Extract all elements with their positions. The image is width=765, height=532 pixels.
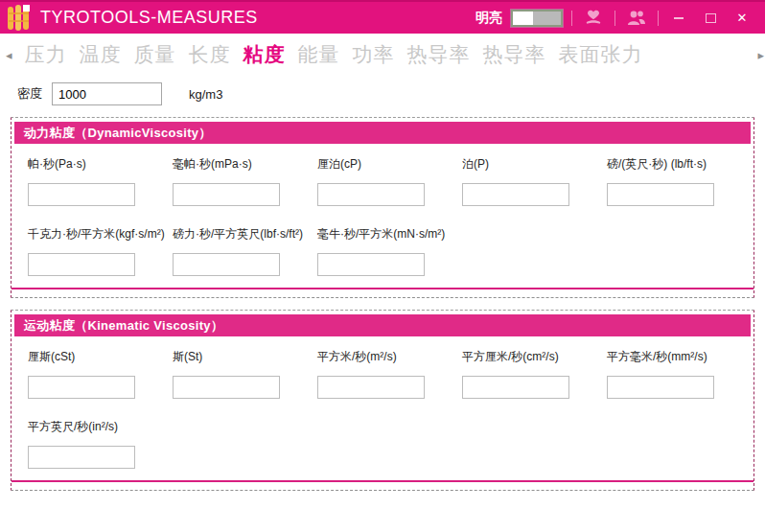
unit-input-cm2-s[interactable] [462,376,569,399]
unit-label: 帕·秒(Pa·s) [28,156,173,173]
kinematic-viscosity-fields: 厘斯(cSt) 斯(St) 平方米/秒(m²/s) 平方厘米/秒(cm²/s) … [14,336,751,469]
unit-label: 泊(P) [462,156,607,173]
prev-tab-arrow-icon[interactable]: ◂ [6,48,12,62]
density-row: 密度 kg/m3 [17,82,765,105]
unit-label: 平方英尺/秒(in²/s) [28,419,173,435]
tab-power[interactable]: 功率 [353,41,395,68]
field-cell: 磅/(英尺·秒) (lb/ft·s) [607,156,752,206]
field-cell: 毫牛·秒/平方米(mN·s/m²) [317,226,462,276]
field-cell: 毫帕·秒(mPa·s) [173,156,317,206]
minimize-icon [674,17,684,19]
unit-label: 厘泊(cP) [317,156,462,173]
unit-label: 千克力·秒/平方米(kgf·s/m²) [28,226,173,243]
unit-label: 斯(St) [173,349,317,365]
dynamic-viscosity-fields: 帕·秒(Pa·s) 毫帕·秒(mPa·s) 厘泊(cP) 泊(P) 磅/(英尺·… [14,144,751,276]
unit-input-m2-s[interactable] [317,376,425,399]
unit-input-pa-s[interactable] [28,183,135,206]
unit-input-mn-s-m2[interactable] [317,253,425,276]
field-cell: 平方米/秒(m²/s) [317,349,462,399]
section-bottom-line [12,480,753,482]
unit-label: 毫牛·秒/平方米(mN·s/m²) [317,226,462,243]
unit-input-kgf-s-m2[interactable] [28,253,135,276]
unit-label: 厘斯(cSt) [28,349,173,365]
unit-label: 平方厘米/秒(cm²/s) [462,349,607,365]
density-unit-label: kg/m3 [189,87,222,102]
density-label: 密度 [17,85,42,103]
titlebar-separator [658,11,659,26]
field-cell: 斯(St) [173,349,317,399]
unit-input-cst[interactable] [28,376,135,399]
dynamic-viscosity-header: 动力粘度（DynamicViscosity） [14,122,751,144]
maximize-button[interactable] [699,9,722,28]
unit-label: 磅/(英尺·秒) (lb/ft·s) [607,156,752,173]
theme-toggle-handle[interactable] [513,12,533,25]
dynamic-viscosity-section: 动力粘度（DynamicViscosity） 帕·秒(Pa·s) 毫帕·秒(mP… [11,117,754,298]
unit-label: 毫帕·秒(mPa·s) [173,156,317,173]
titlebar-separator [571,11,572,26]
minimize-button[interactable] [667,9,690,28]
theme-toggle[interactable] [511,10,563,27]
next-tab-arrow-icon[interactable]: ▸ [756,48,764,62]
unit-label: 平方米/秒(m²/s) [317,349,462,365]
section-bottom-line [12,288,753,289]
close-icon: ✕ [737,12,748,24]
unit-input-cp[interactable] [317,183,425,206]
field-cell: 帕·秒(Pa·s) [28,156,173,206]
unit-input-mm2-s[interactable] [607,376,714,399]
donate-heart-icon[interactable] [581,8,606,29]
tab-length[interactable]: 长度 [189,41,231,68]
field-cell: 厘泊(cP) [317,156,462,206]
unit-input-p[interactable] [462,183,569,206]
titlebar: TYROTOOLS-MEASURES 明亮 ✕ [0,0,765,34]
tab-thermal-conductivity[interactable]: 热导率 [407,41,471,68]
tab-energy[interactable]: 能量 [298,41,340,68]
tab-viscosity[interactable]: 粘度 [243,41,286,68]
close-button[interactable]: ✕ [730,9,753,28]
kinematic-viscosity-header: 运动粘度（Kinematic Viscosity） [14,314,751,336]
field-cell: 磅力·秒/平方英尺(lbf·s/ft²) [173,226,317,276]
tab-mass[interactable]: 质量 [134,41,176,68]
unit-input-lbf-s-ft2[interactable] [173,253,280,276]
maximize-icon [706,13,716,23]
field-cell: 平方厘米/秒(cm²/s) [462,349,607,399]
app-logo-icon [7,5,31,31]
unit-input-lb-ft-s[interactable] [607,183,714,206]
tab-temperature[interactable]: 温度 [80,41,122,68]
density-input[interactable] [52,82,162,105]
unit-label: 磅力·秒/平方英尺(lbf·s/ft²) [173,226,317,243]
titlebar-separator [614,11,615,26]
unit-label: 平方毫米/秒(mm²/s) [607,349,752,365]
kinematic-viscosity-section: 运动粘度（Kinematic Viscosity） 厘斯(cSt) 斯(St) … [11,310,754,491]
unit-input-in2-s[interactable] [28,446,135,469]
category-tabbar: ◂ 压力 温度 质量 长度 粘度 能量 功率 热导率 热导率 表面张力 ▸ [0,34,765,76]
tab-pressure[interactable]: 压力 [25,41,67,68]
app-title: TYROTOOLS-MEASURES [40,8,258,28]
field-cell: 平方英尺/秒(in²/s) [28,419,173,469]
field-cell: 厘斯(cSt) [28,349,173,399]
theme-label: 明亮 [475,10,502,27]
unit-input-mpa-s[interactable] [173,183,280,206]
users-icon[interactable] [624,8,649,29]
tab-surface-tension[interactable]: 表面张力 [559,41,643,68]
field-cell: 平方毫米/秒(mm²/s) [607,349,752,399]
field-cell: 泊(P) [462,156,607,206]
tab-thermal-conductivity-2[interactable]: 热导率 [483,41,546,68]
field-cell: 千克力·秒/平方米(kgf·s/m²) [28,226,173,276]
unit-input-st[interactable] [173,376,280,399]
